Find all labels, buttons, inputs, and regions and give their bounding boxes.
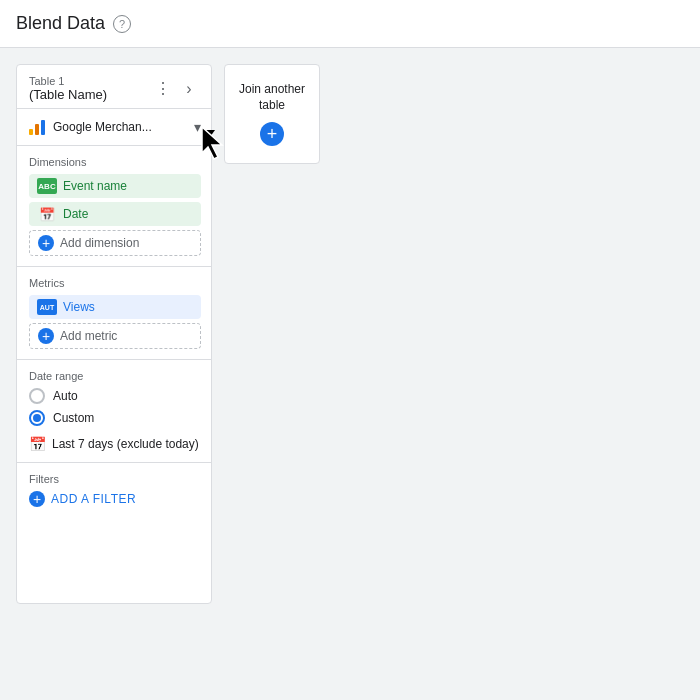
add-dimension-plus-icon: + (38, 235, 54, 251)
dimension-label-event-name: Event name (63, 179, 127, 193)
page-header: Blend Data ? (0, 0, 700, 48)
table-label: Table 1 (29, 75, 107, 87)
more-options-icon[interactable]: ⋮ (151, 77, 175, 101)
metric-chip-views[interactable]: AUT Views (29, 295, 201, 319)
table-card-header: Table 1 (Table Name) ⋮ › (17, 65, 211, 109)
main-area: Table 1 (Table Name) ⋮ › Google Merchan.… (0, 48, 700, 620)
data-source-selector[interactable]: Google Merchan... ▾ (17, 109, 211, 146)
svg-rect-2 (41, 120, 45, 135)
add-metric-label: Add metric (60, 329, 117, 343)
svg-rect-0 (29, 129, 33, 135)
svg-rect-1 (35, 124, 39, 135)
date-range-label: Date range (29, 370, 201, 382)
table1-card: Table 1 (Table Name) ⋮ › Google Merchan.… (16, 64, 212, 604)
expand-icon[interactable]: › (177, 77, 201, 101)
auto-radio-circle (29, 388, 45, 404)
table-header-icons: ⋮ › (151, 77, 201, 101)
filters-label: Filters (29, 473, 201, 485)
abc-icon: ABC (37, 178, 57, 194)
dimension-chip-date[interactable]: 📅 Date (29, 202, 201, 226)
join-table-text: Join another table (239, 82, 305, 113)
date-range-section: Date range Auto Custom 📅 Last 7 days (ex… (17, 359, 211, 462)
add-filter-label: ADD A FILTER (51, 492, 136, 506)
custom-radio-option[interactable]: Custom (29, 410, 201, 426)
metric-label-views: Views (63, 300, 95, 314)
table-name: (Table Name) (29, 87, 107, 102)
chevron-down-icon: ▾ (194, 119, 201, 135)
join-another-table-card[interactable]: Join another table + (224, 64, 320, 164)
custom-radio-circle (29, 410, 45, 426)
add-metric-button[interactable]: + Add metric (29, 323, 201, 349)
dimension-chip-event-name[interactable]: ABC Event name (29, 174, 201, 198)
data-source-name: Google Merchan... (53, 120, 188, 134)
date-display: 📅 Last 7 days (exclude today) (29, 432, 201, 456)
add-dimension-button[interactable]: + Add dimension (29, 230, 201, 256)
calendar-icon: 📅 (37, 206, 57, 222)
auto-radio-label: Auto (53, 389, 78, 403)
filters-section: Filters + ADD A FILTER (17, 462, 211, 517)
date-calendar-icon: 📅 (29, 436, 46, 452)
table-title-block: Table 1 (Table Name) (29, 75, 107, 102)
custom-radio-label: Custom (53, 411, 94, 425)
aut-icon: AUT (37, 299, 57, 315)
date-display-text: Last 7 days (exclude today) (52, 437, 199, 451)
metrics-label: Metrics (29, 277, 201, 289)
dimensions-section: Dimensions ABC Event name 📅 Date + Add d… (17, 146, 211, 266)
join-plus-icon: + (260, 122, 284, 146)
data-source-icon (27, 117, 47, 137)
add-filter-plus-icon: + (29, 491, 45, 507)
add-metric-plus-icon: + (38, 328, 54, 344)
add-dimension-label: Add dimension (60, 236, 139, 250)
dimensions-label: Dimensions (29, 156, 201, 168)
add-filter-button[interactable]: + ADD A FILTER (29, 491, 201, 507)
dimension-label-date: Date (63, 207, 88, 221)
metrics-section: Metrics AUT Views + Add metric (17, 266, 211, 359)
cards-row: Table 1 (Table Name) ⋮ › Google Merchan.… (16, 64, 320, 604)
page-title: Blend Data (16, 13, 105, 34)
help-icon[interactable]: ? (113, 15, 131, 33)
auto-radio-option[interactable]: Auto (29, 388, 201, 404)
